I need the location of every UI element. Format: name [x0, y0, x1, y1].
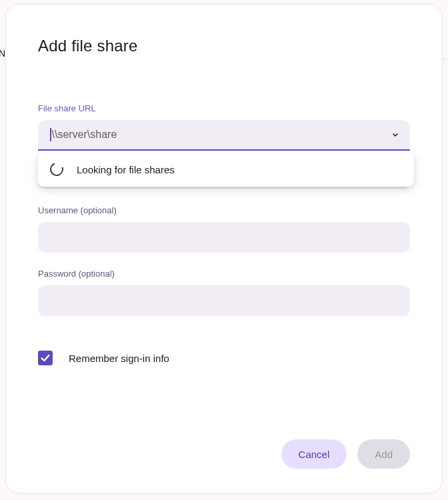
chevron-down-icon[interactable] [391, 131, 399, 139]
remember-label: Remember sign-in info [69, 353, 169, 364]
dropdown-status-text: Looking for file shares [77, 164, 175, 175]
checkmark-icon [40, 353, 51, 363]
username-label: Username (optional) [38, 205, 410, 215]
file-share-url-placeholder: \\server\share [52, 129, 117, 141]
password-field[interactable] [38, 285, 410, 316]
file-share-url-label: File share URL [38, 103, 410, 113]
remember-row: Remember sign-in info [38, 351, 410, 365]
dialog-title: Add file share [38, 37, 410, 55]
add-file-share-dialog: Add file share File share URL \\server\s… [5, 4, 443, 493]
cancel-button[interactable]: Cancel [281, 439, 347, 469]
remember-checkbox[interactable] [38, 351, 53, 365]
add-button[interactable]: Add [357, 439, 410, 469]
username-field[interactable] [38, 222, 410, 253]
background-fragment: N [0, 48, 5, 59]
text-caret [50, 128, 51, 141]
loading-spinner-icon [48, 161, 66, 179]
file-share-url-combo[interactable]: \\server\share Looking for file shares [38, 120, 410, 151]
username-group: Username (optional) [38, 205, 410, 253]
dialog-footer: Cancel Add [38, 439, 410, 469]
password-label: Password (optional) [38, 269, 410, 279]
file-share-dropdown-panel: Looking for file shares [38, 152, 414, 187]
password-group: Password (optional) [38, 269, 410, 316]
file-share-url-input[interactable]: \\server\share [38, 120, 410, 151]
